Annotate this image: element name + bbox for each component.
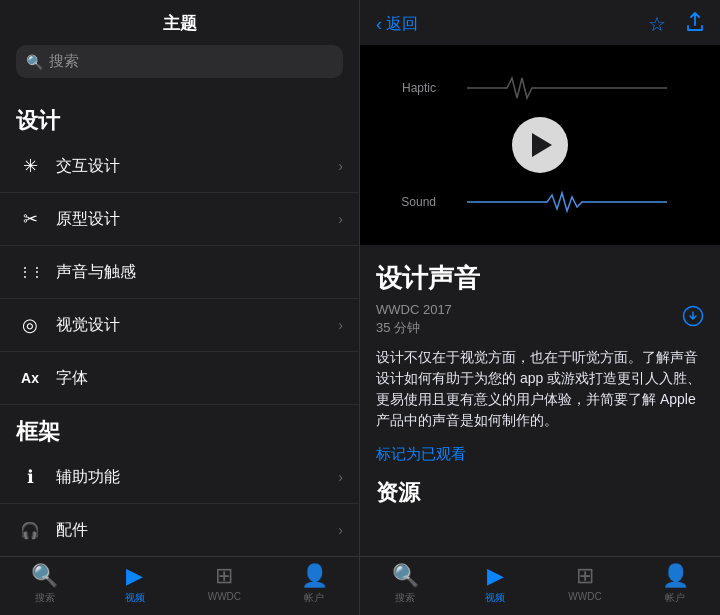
chevron-icon: › [338, 317, 343, 333]
nav-label: 帐户 [665, 591, 685, 605]
video-nav-icon: ▶ [126, 563, 143, 589]
watched-button[interactable]: 标记为已观看 [376, 445, 704, 464]
chevron-icon: › [338, 469, 343, 485]
interactive-design-icon: ✳ [16, 152, 44, 180]
accessibility-icon: ℹ [16, 463, 44, 491]
haptic-waveform-row: Haptic [360, 73, 720, 103]
account-nav-icon: 👤 [301, 563, 328, 589]
menu-label: 视觉设计 [56, 315, 338, 336]
left-panel: 主题 🔍 搜索 设计 ✳ 交互设计 › ✂ 原型设计 › ⋮⋮ 声音与触感 ◎ … [0, 0, 360, 615]
header-actions: ☆ [648, 12, 704, 37]
video-year: WWDC 2017 [376, 302, 452, 317]
menu-item-accessories[interactable]: 🎧 配件 › [0, 504, 359, 556]
nav-item-wwdc-left[interactable]: ⊞ WWDC [180, 563, 270, 605]
right-content: 设计声音 WWDC 2017 35 分钟 设计不仅在于视觉方面，也在于听觉方面。… [360, 245, 720, 556]
wwdc-nav-icon: ⊞ [576, 563, 594, 589]
typography-icon: Ax [16, 364, 44, 392]
resources-header: 资源 [376, 478, 704, 508]
chevron-icon: › [338, 158, 343, 174]
right-bottom-nav: 🔍 搜索 ▶ 视频 ⊞ WWDC 👤 帐户 [360, 556, 720, 615]
search-nav-icon: 🔍 [392, 563, 419, 589]
nav-item-search-right[interactable]: 🔍 搜索 [360, 563, 450, 605]
search-bar[interactable]: 🔍 搜索 [16, 45, 343, 78]
back-chevron-icon: ‹ [376, 14, 382, 35]
menu-item-visual-design[interactable]: ◎ 视觉设计 › [0, 299, 359, 352]
nav-item-account-left[interactable]: 👤 帐户 [269, 563, 359, 605]
nav-item-video-right[interactable]: ▶ 视频 [450, 563, 540, 605]
nav-label: WWDC [568, 591, 601, 602]
video-description: 设计不仅在于视觉方面，也在于听觉方面。了解声音设计如何有助于为您的 app 或游… [376, 347, 704, 431]
nav-item-wwdc-right[interactable]: ⊞ WWDC [540, 563, 630, 605]
play-button[interactable] [512, 117, 568, 173]
nav-item-account-right[interactable]: 👤 帐户 [630, 563, 720, 605]
video-meta: WWDC 2017 35 分钟 [376, 300, 452, 337]
wwdc-nav-icon: ⊞ [215, 563, 233, 589]
share-icon[interactable] [686, 12, 704, 37]
video-nav-icon: ▶ [487, 563, 504, 589]
search-nav-icon: 🔍 [31, 563, 58, 589]
video-preview: Haptic Sound [360, 45, 720, 245]
nav-label: WWDC [208, 591, 241, 602]
left-header: 主题 🔍 搜索 [0, 0, 359, 86]
search-placeholder: 搜索 [49, 52, 79, 71]
menu-item-accessibility[interactable]: ℹ 辅助功能 › [0, 451, 359, 504]
menu-label: 原型设计 [56, 209, 338, 230]
nav-label: 视频 [485, 591, 505, 605]
nav-item-video-left[interactable]: ▶ 视频 [90, 563, 180, 605]
chevron-icon: › [338, 522, 343, 538]
left-title: 主题 [16, 12, 343, 35]
bookmark-icon[interactable]: ☆ [648, 12, 666, 37]
left-content: 设计 ✳ 交互设计 › ✂ 原型设计 › ⋮⋮ 声音与触感 ◎ 视觉设计 › A… [0, 86, 359, 556]
play-icon [532, 133, 552, 157]
menu-label: 辅助功能 [56, 467, 338, 488]
nav-label: 视频 [125, 591, 145, 605]
right-header: ‹ 返回 ☆ [360, 0, 720, 45]
video-meta-row: WWDC 2017 35 分钟 [376, 300, 704, 337]
accessories-icon: 🎧 [16, 516, 44, 544]
visual-design-icon: ◎ [16, 311, 44, 339]
prototype-design-icon: ✂ [16, 205, 44, 233]
section-header-design: 设计 [0, 94, 359, 140]
section-header-framework: 框架 [0, 405, 359, 451]
video-duration: 35 分钟 [376, 320, 420, 335]
haptic-label: Haptic [390, 81, 436, 95]
back-label: 返回 [386, 14, 418, 35]
sound-wave [444, 187, 690, 217]
right-panel: ‹ 返回 ☆ Haptic So [360, 0, 720, 615]
menu-label: 交互设计 [56, 156, 338, 177]
video-title: 设计声音 [376, 261, 704, 296]
left-bottom-nav: 🔍 搜索 ▶ 视频 ⊞ WWDC 👤 帐户 [0, 556, 359, 615]
download-icon[interactable] [682, 305, 704, 333]
menu-label: 声音与触感 [56, 262, 343, 283]
menu-item-interactive-design[interactable]: ✳ 交互设计 › [0, 140, 359, 193]
menu-item-typography[interactable]: Ax 字体 [0, 352, 359, 405]
nav-label: 帐户 [304, 591, 324, 605]
menu-label: 字体 [56, 368, 343, 389]
haptic-wave [444, 73, 690, 103]
sound-waveform-row: Sound [360, 187, 720, 217]
nav-label: 搜索 [35, 591, 55, 605]
chevron-icon: › [338, 211, 343, 227]
sound-label: Sound [390, 195, 436, 209]
nav-item-search-left[interactable]: 🔍 搜索 [0, 563, 90, 605]
nav-label: 搜索 [395, 591, 415, 605]
menu-item-sound-haptic[interactable]: ⋮⋮ 声音与触感 [0, 246, 359, 299]
menu-label: 配件 [56, 520, 338, 541]
account-nav-icon: 👤 [662, 563, 689, 589]
sound-haptic-icon: ⋮⋮ [16, 258, 44, 286]
menu-item-prototype-design[interactable]: ✂ 原型设计 › [0, 193, 359, 246]
search-icon: 🔍 [26, 54, 43, 70]
back-button[interactable]: ‹ 返回 [376, 14, 418, 35]
